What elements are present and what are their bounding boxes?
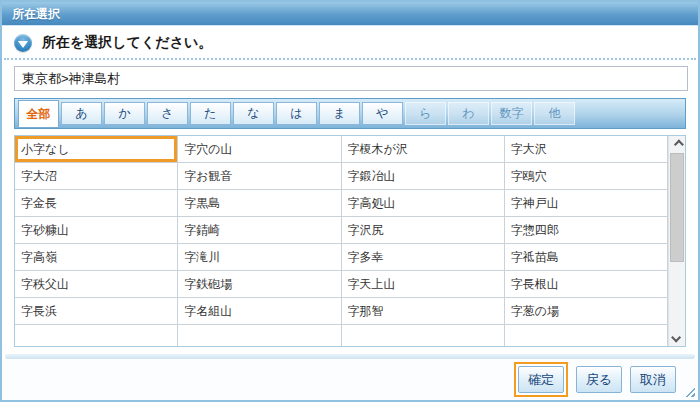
location-path-field[interactable] [14,66,688,91]
resize-grip-icon[interactable] [683,385,695,397]
tab-ya[interactable]: や [362,102,403,125]
tab-digit: 数字 [491,102,532,125]
location-cell[interactable]: 字鉄砲場 [178,271,341,298]
scroll-up-button[interactable] [669,136,685,153]
location-cell[interactable]: 字黒島 [178,190,341,217]
tab-sa[interactable]: さ [147,102,188,125]
location-cell[interactable]: 字祗苗島 [505,244,668,271]
scroll-thumb[interactable] [670,153,684,262]
tab-all[interactable]: 全部 [18,100,59,128]
location-grid: 小字なし字穴の山字榎木が沢字大沢字大沼字お観音字鍛冶山字鴎穴字金長字黒島字高処山… [15,136,668,346]
scroll-down-button[interactable] [669,329,685,346]
location-cell-selected[interactable]: 小字なし [15,136,178,163]
chevron-down-icon [671,333,681,343]
tab-ka[interactable]: か [104,102,145,125]
tab-na[interactable]: な [233,102,274,125]
location-cell[interactable]: 字天上山 [342,271,505,298]
location-cell[interactable]: 字名組山 [178,298,341,325]
location-cell[interactable]: 字穴の山 [178,136,341,163]
location-cell-empty [342,325,505,346]
dotted-divider [4,58,696,60]
vertical-scrollbar[interactable] [668,136,685,346]
location-cell[interactable]: 字長浜 [15,298,178,325]
location-select-dialog: 所在選択 所在を選択してください。 全部あかさたなはまやらわ数字他 小字なし字穴… [0,0,700,402]
location-cell[interactable]: 字惣四郎 [505,217,668,244]
tab-a[interactable]: あ [61,102,102,125]
location-cell[interactable]: 字神戸山 [505,190,668,217]
tab-wa: わ [448,102,489,125]
chevron-up-icon [673,140,683,150]
tab-ha[interactable]: は [276,102,317,125]
location-cell[interactable]: 字大沢 [505,136,668,163]
confirm-highlight-frame: 確定 [514,362,568,397]
tab-ma[interactable]: ま [319,102,360,125]
tab-other: 他 [534,102,575,125]
down-arrow-circle-icon [14,34,32,52]
footer: 確定 戻る 取消 [2,359,698,400]
location-cell[interactable]: 字多幸 [342,244,505,271]
dialog-title: 所在選択 [2,2,698,26]
location-cell-empty [15,325,178,346]
location-cell[interactable]: 字砂糠山 [15,217,178,244]
location-cell[interactable]: 字長根山 [505,271,668,298]
tab-ra: ら [405,102,446,125]
cancel-button[interactable]: 取消 [630,366,676,393]
location-cell[interactable]: 字那智 [342,298,505,325]
scroll-track[interactable] [669,153,685,329]
location-cell[interactable]: 字錆崎 [178,217,341,244]
location-table: 小字なし字穴の山字榎木が沢字大沢字大沼字お観音字鍛冶山字鴎穴字金長字黒島字高処山… [14,135,686,347]
location-cell[interactable]: 字お観音 [178,163,341,190]
prompt-text: 所在を選択してください。 [42,34,212,52]
location-cell[interactable]: 字榎木が沢 [342,136,505,163]
location-cell[interactable]: 字葱の場 [505,298,668,325]
location-cell[interactable]: 字高処山 [342,190,505,217]
location-cell[interactable]: 字金長 [15,190,178,217]
confirm-button[interactable]: 確定 [518,366,564,393]
location-cell[interactable]: 字秩父山 [15,271,178,298]
back-button[interactable]: 戻る [576,366,622,393]
location-cell[interactable]: 字鍛冶山 [342,163,505,190]
location-cell[interactable]: 字沢尻 [342,217,505,244]
tab-ta[interactable]: た [190,102,231,125]
location-cell[interactable]: 字滝川 [178,244,341,271]
location-cell[interactable]: 字大沼 [15,163,178,190]
kana-tab-bar: 全部あかさたなはまやらわ数字他 [14,98,686,129]
location-cell-empty [505,325,668,346]
location-cell[interactable]: 字鴎穴 [505,163,668,190]
location-cell[interactable]: 字高嶺 [15,244,178,271]
prompt-header: 所在を選択してください。 [2,26,698,56]
location-cell-empty [178,325,341,346]
